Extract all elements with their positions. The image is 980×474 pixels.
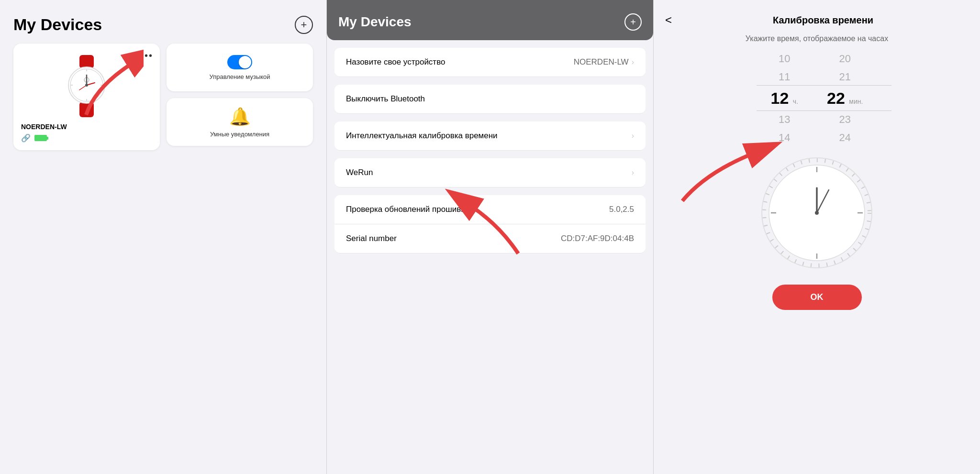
menu-group-calibration: Интеллектуальная калибровка времени ›: [334, 121, 646, 151]
menu-item-bluetooth[interactable]: Выключить Bluetooth: [334, 85, 646, 114]
chevron-icon-0: ›: [632, 58, 634, 66]
watch-svg: [65, 55, 108, 117]
min-22[interactable]: 22: [827, 89, 845, 107]
device-more-button[interactable]: •••: [140, 50, 153, 61]
menu-item-device-name[interactable]: Назовите свое устройство NOERDEN-LW ›: [334, 48, 646, 77]
music-control-card[interactable]: Управление музыкой: [167, 44, 313, 91]
link-icon: 🔗: [21, 133, 31, 143]
menu-item-calibration[interactable]: Интеллектуальная калибровка времени ›: [334, 121, 646, 151]
panel3-header: < Калибровка времени: [654, 0, 980, 34]
hour-unit: ч.: [793, 98, 798, 105]
device-status: 🔗: [21, 133, 47, 143]
feature-cards-column: Управление музыкой 🔔 Умные уведомления: [167, 44, 313, 150]
menu-group-device-name: Назовите свое устройство NOERDEN-LW ›: [334, 48, 646, 77]
chevron-icon-2: ›: [632, 132, 634, 140]
chevron-icon-3: ›: [632, 168, 634, 177]
panel1-header: My Devices +: [0, 0, 326, 44]
notifications-label: Умные уведомления: [210, 131, 269, 138]
analog-clock: [759, 155, 874, 270]
hour-14[interactable]: 14: [779, 132, 790, 144]
menu-group-bluetooth: Выключить Bluetooth: [334, 85, 646, 114]
time-picker: 10 11 12 ч. 13 14 20 21 22 мин.: [665, 53, 969, 144]
bell-icon: 🔔: [229, 107, 251, 127]
min-selected-row: 22 мин.: [827, 89, 863, 108]
minute-unit: мин.: [849, 98, 863, 105]
time-calibration-content: Укажите время, отображаемое на часах 10 …: [654, 34, 980, 310]
hours-column[interactable]: 10 11 12 ч. 13 14: [771, 53, 798, 144]
firmware-value: 5.0,2.5: [609, 205, 634, 214]
panel2-header: My Devices +: [327, 0, 653, 40]
calibration-label: Интеллектуальная калибровка времени: [346, 131, 498, 141]
min-23[interactable]: 23: [839, 113, 850, 126]
panel2-add-button[interactable]: +: [624, 13, 642, 31]
music-label: Управление музыкой: [209, 73, 270, 80]
hour-12[interactable]: 12: [771, 89, 789, 107]
hour-selected-row: 12 ч.: [771, 89, 798, 108]
device-card-noerden: •••: [13, 44, 160, 150]
watch-image: [21, 55, 152, 117]
panel-my-devices-2: My Devices + Назовите свое устройство NO…: [327, 0, 654, 474]
panel3-title: Калибровка времени: [678, 15, 969, 26]
hour-10[interactable]: 10: [779, 53, 790, 65]
firmware-label: Проверка обновлений прошивки: [346, 205, 469, 214]
minutes-column[interactable]: 20 21 22 мин. 23 24: [827, 53, 863, 144]
serial-label: Serial number: [346, 234, 397, 243]
add-device-button[interactable]: +: [295, 16, 313, 34]
device-name: NOERDEN-LW: [21, 123, 67, 131]
devices-grid: •••: [0, 44, 326, 150]
back-button[interactable]: <: [665, 13, 672, 27]
calibration-subtitle: Укажите время, отображаемое на часах: [665, 34, 969, 43]
device-name-value: NOERDEN-LW ›: [574, 57, 634, 67]
serial-value: CD:D7:AF:9D:04:4B: [561, 234, 634, 243]
bluetooth-label: Выключить Bluetooth: [346, 94, 425, 104]
music-toggle[interactable]: [227, 55, 252, 69]
menu-group-werun: WeRun ›: [334, 158, 646, 187]
menu-list: Назовите свое устройство NOERDEN-LW › Вы…: [334, 48, 646, 254]
werun-label: WeRun: [346, 168, 373, 177]
min-24[interactable]: 24: [839, 132, 850, 144]
svg-point-8: [85, 84, 88, 87]
clock-svg: [759, 155, 874, 270]
menu-group-firmware: Проверка обновлений прошивки 5.0,2.5 Ser…: [334, 195, 646, 254]
menu-item-serial[interactable]: Serial number CD:D7:AF:9D:04:4B: [334, 224, 646, 254]
ok-button[interactable]: OK: [772, 285, 862, 310]
hour-13[interactable]: 13: [779, 113, 790, 126]
min-21[interactable]: 21: [839, 71, 850, 83]
notifications-card[interactable]: 🔔 Умные уведомления: [167, 98, 313, 146]
device-name-label: Назовите свое устройство: [346, 57, 445, 67]
min-20[interactable]: 20: [839, 53, 850, 65]
menu-item-firmware[interactable]: Проверка обновлений прошивки 5.0,2.5: [334, 195, 646, 224]
battery-indicator: [34, 135, 47, 141]
panel-time-calibration: < Калибровка времени Укажите время, отоб…: [654, 0, 980, 474]
svg-rect-0: [79, 55, 94, 68]
menu-item-werun[interactable]: WeRun ›: [334, 158, 646, 187]
panel1-title: My Devices: [13, 15, 102, 34]
panel-my-devices-1: My Devices + •••: [0, 0, 327, 474]
hour-11[interactable]: 11: [779, 71, 790, 83]
panel2-title: My Devices: [338, 14, 412, 30]
svg-rect-1: [79, 102, 94, 117]
svg-point-24: [815, 211, 819, 215]
